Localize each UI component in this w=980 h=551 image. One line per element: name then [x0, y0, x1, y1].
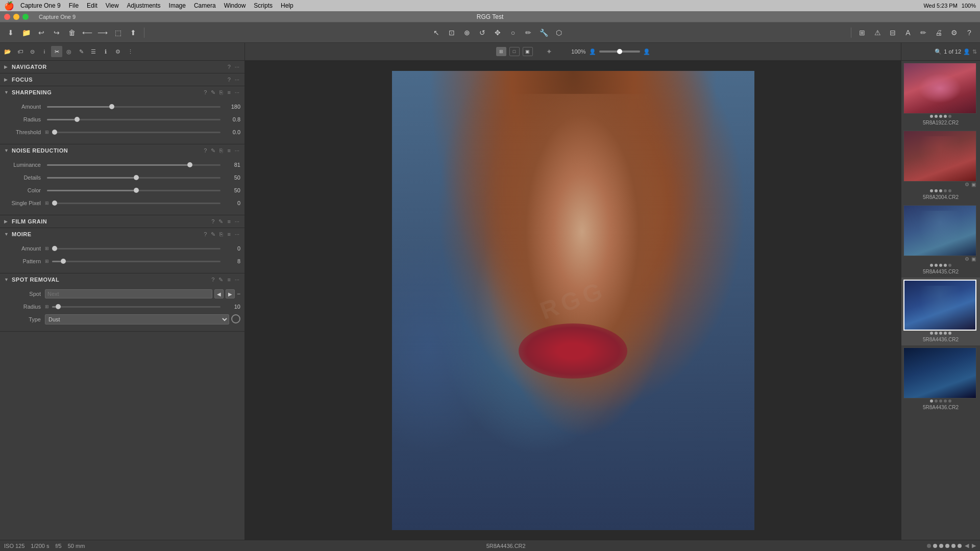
- spot-help[interactable]: ?: [210, 276, 215, 283]
- thumb-1[interactable]: [903, 131, 976, 182]
- navigator-more[interactable]: ···: [234, 63, 240, 70]
- moire-pattern-stepper[interactable]: ⊞: [45, 259, 49, 264]
- more-tool[interactable]: ⋮: [125, 46, 136, 57]
- film-grain-help[interactable]: ?: [210, 218, 215, 225]
- menu-camera[interactable]: Camera: [190, 0, 220, 11]
- filmstrip-item-3[interactable]: 5R8A4436.CR2: [901, 278, 980, 345]
- filmstrip-item-4[interactable]: 5R8A4436.CR2: [901, 345, 980, 413]
- help-btn[interactable]: ?: [963, 26, 976, 39]
- focus-header[interactable]: ▶ FOCUS ? ···: [0, 73, 244, 86]
- delete-button[interactable]: 🗑: [65, 26, 79, 39]
- filmstrip-item-0[interactable]: 5R8A1922.CR2: [901, 61, 980, 129]
- spot-radius-slider[interactable]: [52, 306, 220, 308]
- search-icon[interactable]: 🔍: [935, 48, 942, 55]
- badge-tool[interactable]: ℹ: [100, 46, 111, 57]
- minimize-button[interactable]: [13, 14, 19, 20]
- heal-tool[interactable]: 🔧: [537, 26, 550, 39]
- table-tool[interactable]: ☰: [88, 46, 99, 57]
- select-tool[interactable]: ⊡: [445, 26, 458, 39]
- menu-app[interactable]: Capture One 9: [16, 0, 65, 11]
- zoom-slider[interactable]: [599, 51, 640, 53]
- tag-tool[interactable]: 🏷: [14, 46, 26, 57]
- thumb-0[interactable]: [903, 63, 976, 114]
- undo-button[interactable]: ↩: [35, 26, 48, 39]
- menu-image[interactable]: Image: [165, 0, 190, 11]
- moire-edit[interactable]: ✎: [210, 231, 216, 238]
- moire-copy[interactable]: ⎘: [218, 231, 224, 238]
- navigator-help[interactable]: ?: [227, 63, 232, 70]
- film-grain-paste[interactable]: ≡: [226, 218, 231, 225]
- sharpening-help[interactable]: ?: [203, 89, 208, 96]
- edit-tool[interactable]: ✎: [76, 46, 87, 57]
- noise-help[interactable]: ?: [203, 147, 208, 154]
- folder-tool[interactable]: 📂: [2, 46, 13, 57]
- nav-prev-icon[interactable]: ◀: [965, 542, 969, 549]
- moire-header[interactable]: ▼ MOIRE ? ✎ ⎘ ≡ ···: [0, 228, 244, 240]
- moire-amount-slider[interactable]: [52, 248, 220, 249]
- spot-radius-stepper[interactable]: ⊞: [45, 304, 49, 309]
- spot-type-select[interactable]: Dust Clone Heal: [45, 314, 229, 324]
- redo2-button[interactable]: ⟶: [96, 26, 109, 39]
- noise-paste[interactable]: ≡: [226, 147, 231, 154]
- noise-copy[interactable]: ⎘: [218, 147, 224, 154]
- amount-slider[interactable]: [47, 106, 220, 108]
- filmstrip-item-1[interactable]: ⚙ ▣ 5R8A2004.CR2: [901, 129, 980, 203]
- menu-view[interactable]: View: [102, 0, 123, 11]
- menu-edit[interactable]: Edit: [83, 0, 102, 11]
- undo2-button[interactable]: ⟵: [81, 26, 94, 39]
- color-slider[interactable]: [47, 190, 220, 191]
- moire-more[interactable]: ···: [234, 231, 240, 238]
- spot-input[interactable]: [45, 289, 212, 298]
- adj-tool[interactable]: ⚙: [112, 46, 124, 57]
- maximize-button[interactable]: [22, 14, 29, 20]
- film-grain-more[interactable]: ···: [234, 218, 240, 225]
- grid-view-btn[interactable]: ⊞: [855, 26, 869, 39]
- spot-prev-btn[interactable]: ◀: [214, 289, 224, 298]
- filmstrip-item-2[interactable]: ⚙ ▣ 5R8A4435.CR2: [901, 203, 980, 278]
- sharpening-copy[interactable]: ⎘: [218, 89, 224, 96]
- menu-help[interactable]: Help: [277, 0, 298, 11]
- sharpening-header[interactable]: ▼ SHARPENING ? ✎ ⎘ ≡ ···: [0, 86, 244, 98]
- spot-tool[interactable]: ◎: [63, 46, 75, 57]
- single-pixel-slider[interactable]: [52, 203, 220, 204]
- moire-paste[interactable]: ≡: [226, 231, 231, 238]
- film-grain-edit[interactable]: ✎: [217, 218, 224, 226]
- filter-tool[interactable]: ⊝: [27, 46, 38, 57]
- text-btn[interactable]: A: [901, 26, 915, 39]
- radius-slider[interactable]: [47, 119, 220, 120]
- thumb-3[interactable]: [903, 280, 976, 331]
- crop-tool[interactable]: ✂: [51, 46, 62, 57]
- moire-pattern-slider[interactable]: [52, 261, 220, 262]
- brush-tool[interactable]: ✏: [522, 26, 535, 39]
- noise-reduction-header[interactable]: ▼ NOISE REDUCTION ? ✎ ⎘ ≡ ···: [0, 144, 244, 157]
- apple-menu[interactable]: 🍎: [4, 1, 14, 11]
- spot-removal-header[interactable]: ▼ SPOT REMOVAL ? ✎ ≡ ···: [0, 273, 244, 286]
- focus-help[interactable]: ?: [227, 76, 232, 83]
- view-single-btn[interactable]: □: [509, 47, 520, 56]
- luminance-slider[interactable]: [47, 164, 220, 166]
- image-view[interactable]: RGG: [245, 61, 901, 540]
- spot-paste[interactable]: ≡: [226, 276, 231, 283]
- menu-window[interactable]: Window: [220, 0, 250, 11]
- spot-edit[interactable]: ✎: [217, 276, 224, 284]
- draw-btn[interactable]: ✏: [917, 26, 930, 39]
- navigator-header[interactable]: ▶ NAVIGATOR ? ···: [0, 61, 244, 73]
- nav-next-icon[interactable]: ▶: [972, 542, 976, 549]
- moire-amount-stepper[interactable]: ⊞: [45, 246, 49, 251]
- move-tool[interactable]: ✥: [491, 26, 504, 39]
- single-pixel-stepper[interactable]: ⊞: [45, 201, 49, 206]
- film-grain-header[interactable]: ▶ FILM GRAIN ? ✎ ≡ ···: [0, 215, 244, 228]
- view-compare-btn[interactable]: ▣: [523, 47, 533, 56]
- close-button[interactable]: [4, 14, 10, 20]
- import-button[interactable]: ⬇: [4, 26, 17, 39]
- warn-btn[interactable]: ⚠: [871, 26, 884, 39]
- album-button[interactable]: 📁: [19, 26, 33, 39]
- export-button[interactable]: ⬆: [127, 26, 140, 39]
- threshold-slider[interactable]: [52, 132, 220, 133]
- clone-tool[interactable]: ⬡: [552, 26, 566, 39]
- threshold-stepper[interactable]: ⊞: [45, 130, 49, 135]
- stamp-button[interactable]: ⬚: [111, 26, 125, 39]
- view-grid-btn[interactable]: ⊞: [496, 47, 506, 56]
- info-tool[interactable]: i: [39, 46, 50, 57]
- noise-more[interactable]: ···: [234, 147, 240, 154]
